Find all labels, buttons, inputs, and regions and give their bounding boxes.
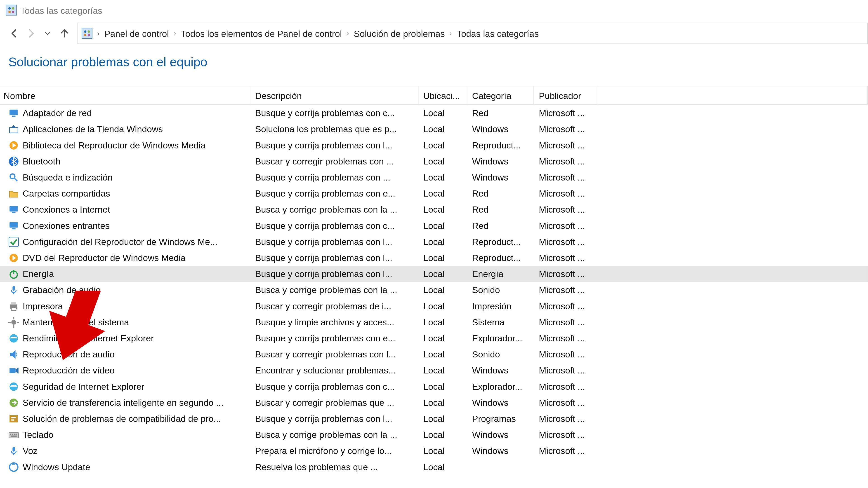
svg-point-3 xyxy=(8,11,11,13)
folder-icon xyxy=(8,188,19,199)
breadcrumb-segment[interactable]: Todas las categorías xyxy=(453,28,542,38)
item-category: Sonido xyxy=(472,285,500,295)
item-category: Windows xyxy=(472,397,508,408)
list-item[interactable]: ImpresoraBuscar y corregir problemas de … xyxy=(0,298,868,314)
svg-marker-39 xyxy=(10,350,16,358)
chevron-right-icon[interactable]: › xyxy=(345,29,350,37)
list-item[interactable]: Aplicaciones de la Tienda WindowsSolucio… xyxy=(0,121,868,137)
item-desc: Busca y corrige problemas con la ... xyxy=(255,204,397,215)
chevron-right-icon[interactable]: › xyxy=(96,29,101,37)
list-item[interactable]: Conexiones a InternetBusca y corrige pro… xyxy=(0,201,868,217)
item-category: Sistema xyxy=(472,317,504,327)
list-item[interactable]: Reproducción de vídeoEncontrar y solucio… xyxy=(0,362,868,378)
control-panel-icon xyxy=(82,28,92,39)
item-name: Mantenimiento del sistema xyxy=(23,317,129,327)
item-name: Teclado xyxy=(23,429,53,440)
svg-point-6 xyxy=(84,30,87,33)
item-desc: Busque y corrija problemas con e... xyxy=(255,188,395,198)
chevron-right-icon[interactable]: › xyxy=(448,29,453,37)
item-name: DVD del Reproductor de Windows Media xyxy=(23,253,186,263)
item-location: Local xyxy=(423,172,445,182)
item-location: Local xyxy=(423,253,445,263)
column-header-publisher[interactable]: Publicador xyxy=(534,86,597,105)
svg-point-7 xyxy=(88,30,90,33)
item-publisher: Microsoft ... xyxy=(539,108,585,118)
address-bar[interactable]: › Panel de control › Todos los elementos… xyxy=(78,23,868,44)
item-publisher: Microsoft ... xyxy=(539,188,585,198)
item-name: Reproducción de audio xyxy=(23,349,115,359)
svg-rect-44 xyxy=(9,415,18,422)
list-item[interactable]: EnergíaBusque y corrija problemas con l.… xyxy=(0,266,868,282)
svg-rect-49 xyxy=(12,433,13,434)
column-header-desc[interactable]: Descripción xyxy=(250,86,418,105)
back-button[interactable] xyxy=(6,25,23,42)
item-location: Local xyxy=(423,317,445,327)
list-item[interactable]: Rendimiento de Internet ExplorerBusque y… xyxy=(0,330,868,346)
column-header-category[interactable]: Categoría xyxy=(467,86,534,105)
item-name: Voz xyxy=(23,446,37,456)
svg-rect-12 xyxy=(9,127,18,133)
svg-rect-19 xyxy=(9,206,18,211)
list-item[interactable]: BluetoothBuscar y corregir problemas con… xyxy=(0,153,868,169)
list-item[interactable]: Servicio de transferencia inteligente en… xyxy=(0,394,868,411)
item-desc: Busque y corrija problemas con l... xyxy=(255,414,393,424)
forward-button[interactable] xyxy=(23,25,39,42)
item-publisher: Microsoft ... xyxy=(539,446,585,456)
item-desc: Busque y corrija problemas con l... xyxy=(255,236,393,247)
column-header-spacer xyxy=(597,86,868,105)
item-location: Local xyxy=(423,204,445,215)
item-location: Local xyxy=(423,124,445,134)
list-item[interactable]: Conexiones entrantesBusque y corrija pro… xyxy=(0,218,868,234)
up-button[interactable] xyxy=(56,25,73,42)
item-category: Windows xyxy=(472,429,508,440)
list-item[interactable]: Grabación de audioBusca y corrige proble… xyxy=(0,282,868,298)
item-desc: Resuelva los problemas que ... xyxy=(255,462,378,472)
item-name: Configuración del Reproductor de Windows… xyxy=(23,236,217,247)
troubleshooter-list: Nombre Descripción Ubicaci... Categoría … xyxy=(0,86,868,475)
printer-icon xyxy=(8,300,19,311)
item-desc: Busque y corrija problemas con l... xyxy=(255,253,393,263)
list-item[interactable]: TecladoBusca y corrige problemas con la … xyxy=(0,427,868,443)
svg-rect-40 xyxy=(9,368,16,372)
item-publisher: Microsoft ... xyxy=(539,381,585,392)
svg-rect-31 xyxy=(11,302,16,304)
list-item[interactable]: VozPrepara el micrófono y corrige lo...L… xyxy=(0,443,868,459)
store-icon xyxy=(8,124,19,134)
list-item[interactable]: Solución de problemas de compatibilidad … xyxy=(0,411,868,427)
list-item[interactable]: Adaptador de redBusque y corrija problem… xyxy=(0,105,868,121)
network-icon xyxy=(8,204,19,215)
list-item[interactable]: Windows UpdateResuelva los problemas que… xyxy=(0,459,868,475)
item-publisher: Microsoft ... xyxy=(539,349,585,359)
item-desc: Soluciona los problemas que es p... xyxy=(255,124,397,134)
svg-point-2 xyxy=(12,7,14,10)
list-item[interactable]: Configuración del Reproductor de Windows… xyxy=(0,234,868,250)
list-item[interactable]: Biblioteca del Reproductor de Windows Me… xyxy=(0,137,868,153)
network-icon xyxy=(8,107,19,118)
chevron-right-icon[interactable]: › xyxy=(173,29,177,37)
item-category: Explorador... xyxy=(472,333,522,343)
list-item[interactable]: Búsqueda e indizaciónBusque y corrija pr… xyxy=(0,169,868,185)
list-item[interactable]: DVD del Reproductor de Windows MediaBusq… xyxy=(0,250,868,266)
breadcrumb-segment[interactable]: Panel de control xyxy=(101,28,173,38)
list-item[interactable]: Seguridad de Internet ExplorerBusque y c… xyxy=(0,378,868,394)
item-category: Sonido xyxy=(472,349,500,359)
column-header-location[interactable]: Ubicaci... xyxy=(418,86,467,105)
item-category: Reproduct... xyxy=(472,140,521,150)
item-desc: Busque y limpie archivos y acces... xyxy=(255,317,395,327)
breadcrumb-segment[interactable]: Todos los elementos de Panel de control xyxy=(177,28,345,38)
item-location: Local xyxy=(423,269,445,279)
list-item[interactable]: Mantenimiento del sistemaBusque y limpie… xyxy=(0,314,868,330)
breadcrumb-segment[interactable]: Solución de problemas xyxy=(350,28,448,38)
svg-rect-53 xyxy=(12,447,15,451)
item-name: Carpetas compartidas xyxy=(23,188,110,198)
item-category: Programas xyxy=(472,414,516,424)
item-name: Energía xyxy=(23,269,54,279)
item-category: Windows xyxy=(472,446,508,456)
column-header-name[interactable]: Nombre xyxy=(0,86,250,105)
list-item[interactable]: Reproducción de audioBuscar y corregir p… xyxy=(0,346,868,362)
svg-point-33 xyxy=(11,320,16,324)
item-desc: Busque y corrija problemas con c... xyxy=(255,108,395,118)
list-item[interactable]: Carpetas compartidasBusque y corrija pro… xyxy=(0,185,868,201)
recent-locations-dropdown[interactable] xyxy=(39,25,56,42)
svg-rect-46 xyxy=(11,419,14,420)
